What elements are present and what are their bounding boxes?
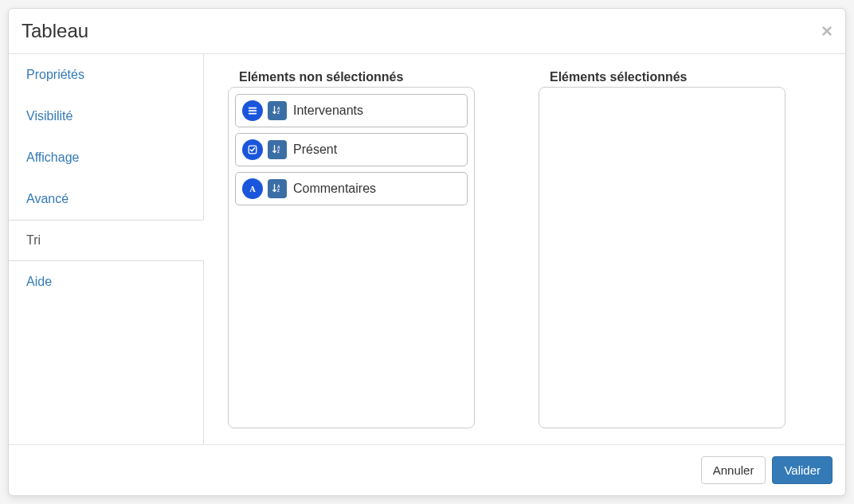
sort-az-icon: A Z — [268, 179, 287, 198]
sort-az-icon: A Z — [268, 140, 287, 159]
validate-button[interactable]: Valider — [772, 456, 832, 484]
selected-title: Eléments sélectionnés — [539, 70, 785, 84]
sidebar: Propriétés Visibilité Affichage Avancé T… — [9, 54, 204, 444]
modal-tableau: Tableau × Propriétés Visibilité Affichag… — [8, 8, 846, 496]
modal-title: Tableau — [22, 20, 88, 42]
text-type-icon: A — [242, 178, 263, 199]
tab-avance[interactable]: Avancé — [9, 178, 204, 220]
main-content: Eléments non sélectionnés — [204, 54, 845, 444]
panel-unselected[interactable]: A Z Intervenants — [228, 87, 475, 428]
modal-footer: Annuler Valider — [9, 444, 845, 495]
list-item[interactable]: A A Z Commentaires — [235, 172, 468, 205]
column-selected: Eléments sélectionnés — [539, 70, 785, 428]
list-item[interactable]: A Z Intervenants — [235, 94, 468, 127]
svg-text:Z: Z — [277, 111, 280, 115]
tab-affichage[interactable]: Affichage — [9, 137, 204, 178]
tab-tri[interactable]: Tri — [9, 220, 204, 261]
item-label: Intervenants — [293, 104, 363, 118]
svg-text:Z: Z — [277, 189, 280, 193]
svg-text:A: A — [249, 185, 256, 193]
column-unselected: Eléments non sélectionnés — [228, 70, 475, 428]
svg-text:A: A — [277, 146, 280, 150]
list-item[interactable]: A Z Présent — [235, 133, 468, 166]
tab-visibilite[interactable]: Visibilité — [9, 96, 204, 137]
svg-text:Z: Z — [277, 150, 280, 154]
checkbox-type-icon — [242, 139, 263, 160]
item-label: Présent — [293, 143, 337, 157]
svg-text:A: A — [277, 185, 280, 189]
svg-text:A: A — [277, 107, 280, 111]
close-icon[interactable]: × — [821, 21, 832, 41]
unselected-title: Eléments non sélectionnés — [228, 70, 475, 84]
cancel-button[interactable]: Annuler — [701, 456, 766, 484]
modal-body: Propriétés Visibilité Affichage Avancé T… — [9, 54, 845, 444]
tab-aide[interactable]: Aide — [9, 261, 204, 303]
item-label: Commentaires — [293, 182, 376, 196]
panel-selected[interactable] — [539, 87, 785, 428]
tab-proprietes[interactable]: Propriétés — [9, 54, 204, 96]
sort-az-icon: A Z — [268, 101, 287, 120]
list-type-icon — [242, 100, 263, 121]
modal-header: Tableau × — [9, 9, 845, 54]
